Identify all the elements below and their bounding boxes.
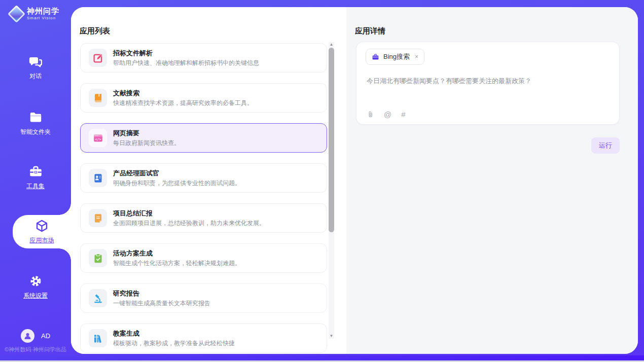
app-card-title: 项目总结汇报 <box>113 209 153 218</box>
scroll-down-icon[interactable]: ▼ <box>329 334 334 339</box>
app-card-list: 招标文件解析 帮助用户快速、准确地理解和解析招标书中的关键信息 文献搜索 快速精… <box>80 43 327 354</box>
clipboard-check-icon <box>89 249 107 267</box>
app-list-title: 应用列表 <box>80 26 110 36</box>
gear-icon <box>29 274 43 288</box>
copyright-text: ©神州数码·神州问学出品 <box>0 346 71 353</box>
app-card-desc: 帮助用户快速、准确地理解和解析招标书中的关键信息 <box>113 59 259 67</box>
memo-icon <box>89 209 107 227</box>
app-detail-title: 应用详情 <box>355 26 385 36</box>
app-card-title: 活动方案生成 <box>113 249 153 258</box>
sidebar-item-folders[interactable]: 智能文件夹 <box>0 111 71 136</box>
app-card[interactable]: 活动方案生成 智能生成个性化活动方案，轻松解决规划难题。 <box>80 243 327 273</box>
app-card-desc: 模板驱动，教案秒成，教学准备从此轻松快捷 <box>113 339 235 348</box>
svg-text:</>: </> <box>95 137 101 141</box>
app-card-title: 教案生成 <box>113 329 139 338</box>
sidebar-item-settings[interactable]: 系统设置 <box>0 274 71 300</box>
at-sign-icon[interactable]: @ <box>384 111 391 118</box>
tool-chip-bing-search[interactable]: Bing搜索 × <box>366 49 424 65</box>
query-text[interactable]: 今日湖北有哪些新闻要点？有哪些需要关注的最新政策？ <box>367 77 609 86</box>
attachment-toolbar: @ # <box>367 111 406 118</box>
chat-icon <box>29 55 43 68</box>
brand-name: 神州问学 <box>27 7 59 15</box>
tool-chip-label: Bing搜索 <box>383 52 410 61</box>
sidebar-item-market[interactable]: 应用市场 <box>13 215 71 248</box>
sidebar: 神州问学 Smart Vision 对话 智能文件夹 工具集 应用市场 系统设置… <box>0 0 71 362</box>
sidebar-item-chat[interactable]: 对话 <box>0 55 71 81</box>
app-card-title: 产品经理面试官 <box>113 169 159 178</box>
app-card[interactable]: </> 网页摘要 每日政府新闻资讯快查。 <box>80 123 327 153</box>
main-content: 应用列表 招标文件解析 帮助用户快速、准确地理解和解析招标书中的关键信息 文献搜… <box>71 7 638 354</box>
app-card[interactable]: 项目总结汇报 全面回顾项目进展，总结经验教训，助力未来优化发展。 <box>80 203 327 233</box>
microscope-icon <box>89 289 107 307</box>
app-detail-panel: 应用详情 Bing搜索 × 今日湖北有哪些新闻要点？有哪些需要关注的最新政策？ <box>346 7 638 354</box>
folder-icon <box>29 111 43 124</box>
app-card[interactable]: 招标文件解析 帮助用户快速、准确地理解和解析招标书中的关键信息 <box>80 43 327 73</box>
scrollbar-thumb[interactable] <box>329 48 334 232</box>
bottom-band <box>0 355 644 360</box>
app-card-title: 研究报告 <box>113 289 139 298</box>
close-icon[interactable]: × <box>415 53 418 60</box>
app-card-title: 网页摘要 <box>113 129 139 138</box>
app-card-desc: 每日政府新闻资讯快查。 <box>113 139 180 148</box>
edit-doc-icon <box>89 49 107 67</box>
app-card-desc: 一键智能生成高质量长文本研究报告 <box>113 299 210 308</box>
app-card[interactable]: 文献搜索 快速精准查找学术资源，提高研究效率的必备工具。 <box>80 83 327 113</box>
user-account[interactable]: AD <box>0 329 71 343</box>
app-card-title: 文献搜索 <box>113 89 139 98</box>
app-card[interactable]: 研究报告 一键智能生成高质量长文本研究报告 <box>80 283 327 313</box>
scroll-up-icon[interactable]: ▲ <box>329 42 334 47</box>
brand-slogan: Smart Vision <box>27 16 59 20</box>
run-button[interactable]: 运行 <box>591 137 620 154</box>
app-card[interactable]: 产品经理面试官 明确身份和职责，为您提供专业性的面试问题。 <box>80 163 327 193</box>
app-card-desc: 全面回顾项目进展，总结经验教训，助力未来优化发展。 <box>113 219 265 228</box>
app-card-desc: 明确身份和职责，为您提供专业性的面试问题。 <box>113 179 241 188</box>
toolbox-icon <box>29 165 43 178</box>
briefcase-icon <box>372 53 379 61</box>
brand-logo: 神州问学 Smart Vision <box>10 7 59 20</box>
list-scrollbar[interactable]: ▲ ▼ <box>329 42 334 339</box>
cube-icon <box>35 219 49 233</box>
prompt-input-card[interactable]: Bing搜索 × 今日湖北有哪些新闻要点？有哪些需要关注的最新政策？ @ # <box>356 42 620 125</box>
app-card-title: 招标文件解析 <box>113 49 153 58</box>
app-card[interactable]: 教案生成 模板驱动，教案秒成，教学准备从此轻松快捷 <box>80 323 327 353</box>
hash-icon[interactable]: # <box>401 111 405 118</box>
web-code-icon: </> <box>89 129 107 147</box>
brand-diamond-icon <box>8 5 25 22</box>
sidebar-item-tools[interactable]: 工具集 <box>0 165 71 191</box>
paperclip-icon[interactable] <box>367 111 374 118</box>
book-icon <box>89 89 107 107</box>
app-list-panel: 应用列表 招标文件解析 帮助用户快速、准确地理解和解析招标书中的关键信息 文献搜… <box>71 7 346 354</box>
app-card-desc: 智能生成个性化活动方案，轻松解决规划难题。 <box>113 259 241 268</box>
avatar <box>21 329 34 343</box>
user-name: AD <box>41 332 50 340</box>
books-icon <box>89 329 107 347</box>
app-card-desc: 快速精准查找学术资源，提高研究效率的必备工具。 <box>113 99 253 107</box>
interviewer-icon <box>89 169 107 187</box>
